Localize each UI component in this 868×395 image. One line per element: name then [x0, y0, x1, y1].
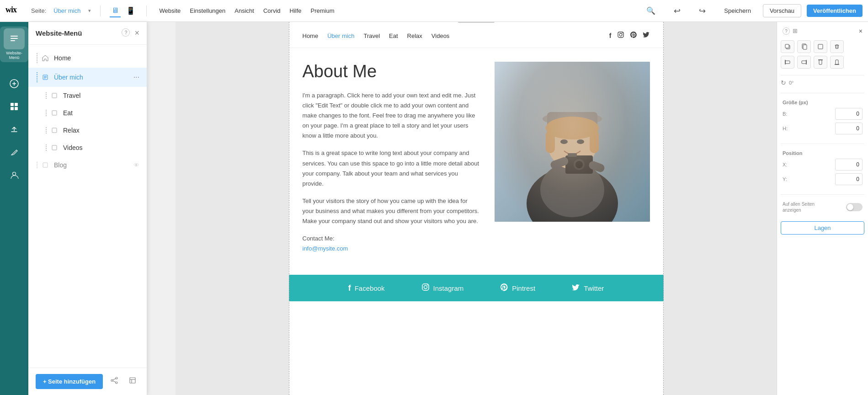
- menu-item-videos[interactable]: Videos: [28, 139, 147, 156]
- nav-link-videos[interactable]: Videos: [431, 32, 450, 39]
- page-title: About Me: [303, 62, 481, 81]
- footer-instagram[interactable]: Instagram: [421, 283, 464, 293]
- drag-handle-travel[interactable]: [45, 92, 48, 99]
- main-layout: Website-Menü: [0, 22, 868, 395]
- topbar-nav: Website Einstellungen Ansicht Corvid Hil…: [160, 5, 335, 16]
- right-panel-close-button[interactable]: ×: [859, 27, 863, 35]
- svg-point-31: [622, 32, 623, 33]
- preview-button[interactable]: Vorschau: [763, 4, 801, 17]
- sidebar-btn-members[interactable]: [4, 165, 25, 186]
- footer-instagram-label: Instagram: [433, 284, 464, 292]
- nav-premium[interactable]: Premium: [311, 5, 335, 16]
- relax-page-icon: [50, 126, 59, 134]
- uber-mich-more-icon[interactable]: ···: [133, 73, 139, 81]
- facebook-nav-icon[interactable]: f: [609, 32, 612, 39]
- drag-handle-eat[interactable]: [45, 110, 48, 116]
- paste-style-button[interactable]: [797, 40, 811, 53]
- svg-rect-8: [15, 103, 18, 106]
- svg-rect-61: [802, 61, 806, 64]
- menu-item-blog[interactable]: Blog 👁: [28, 156, 147, 174]
- page-text-column: About Me I'm a paragraph. Click here to …: [303, 62, 481, 261]
- copy-b-button[interactable]: [814, 40, 827, 53]
- panel-help-icon[interactable]: ?: [122, 28, 130, 37]
- rotate-icon[interactable]: ↻: [781, 79, 786, 86]
- drag-handle-uber-mich[interactable]: [36, 72, 38, 82]
- nav-link-home[interactable]: Home: [303, 32, 319, 39]
- menu-item-eat[interactable]: Eat: [28, 104, 147, 122]
- y-row: Y:: [783, 173, 863, 185]
- blog-page-icon: [41, 161, 49, 169]
- align-right-button[interactable]: [797, 56, 811, 69]
- menu-item-travel[interactable]: Travel: [28, 87, 147, 104]
- page-dropdown-icon[interactable]: ▾: [88, 8, 91, 14]
- size-section: Größe (px) B: H:: [781, 97, 864, 140]
- woman-photo: [495, 62, 650, 222]
- footer-pintrest[interactable]: Pintrest: [500, 283, 535, 293]
- panel-title: Website-Menü: [36, 29, 82, 37]
- topbar-divider-1: [100, 5, 101, 16]
- contact-link[interactable]: info@mysite.com: [303, 245, 348, 252]
- right-panel-divider-3: [781, 144, 864, 144]
- blog-hidden-icon[interactable]: 👁: [133, 162, 139, 169]
- panel-close-icon[interactable]: ×: [134, 28, 139, 38]
- delete-button[interactable]: [830, 40, 844, 53]
- twitter-nav-icon[interactable]: [643, 31, 650, 40]
- align-top-button[interactable]: [814, 56, 827, 69]
- h-input[interactable]: [835, 123, 863, 134]
- footer-twitter[interactable]: Twitter: [572, 283, 604, 293]
- b-input[interactable]: [835, 108, 863, 120]
- save-button[interactable]: Speichern: [718, 5, 757, 17]
- topbar-divider-2: [146, 5, 147, 16]
- show-all-pages-toggle[interactable]: [846, 203, 863, 211]
- menu-item-relax[interactable]: Relax: [28, 122, 147, 139]
- page-name[interactable]: Über mich: [53, 7, 80, 14]
- redo-button[interactable]: ↪: [692, 3, 712, 19]
- align-left-button[interactable]: [781, 56, 794, 69]
- menu-items-list: Home Über mich ···: [28, 45, 147, 368]
- sidebar-btn-add[interactable]: [4, 73, 25, 94]
- nav-einstellungen[interactable]: Einstellungen: [190, 5, 225, 16]
- menu-item-uber-mich[interactable]: Über mich ···: [28, 68, 147, 87]
- sidebar-btn-pen[interactable]: [4, 142, 25, 163]
- nav-link-travel[interactable]: Travel: [363, 32, 380, 39]
- pinterest-nav-icon[interactable]: [630, 31, 637, 40]
- settings-icon[interactable]: [126, 374, 139, 390]
- add-page-button[interactable]: + Seite hinzufügen: [36, 374, 103, 389]
- share-icon[interactable]: [107, 374, 121, 390]
- nav-link-uber-mich[interactable]: Über mich: [327, 32, 354, 39]
- menu-item-travel-label: Travel: [63, 92, 139, 99]
- topbar-right: 🔍 ↩ ↪ Speichern Vorschau Veröffentlichen: [640, 3, 863, 19]
- nav-hilfe[interactable]: Hilfe: [290, 5, 302, 16]
- copy-button[interactable]: [781, 40, 794, 53]
- nav-link-eat[interactable]: Eat: [389, 32, 398, 39]
- right-panel-grid-icon[interactable]: ⊞: [793, 27, 798, 35]
- instagram-nav-icon[interactable]: [617, 31, 624, 40]
- x-input[interactable]: [835, 159, 863, 171]
- drag-handle-videos[interactable]: [45, 144, 48, 151]
- sidebar-btn-pages[interactable]: [4, 28, 25, 49]
- drag-handle-blog[interactable]: [36, 162, 38, 168]
- drag-handle-home[interactable]: [36, 53, 38, 63]
- footer-facebook[interactable]: f Facebook: [348, 283, 385, 293]
- right-panel-question-icon[interactable]: ?: [783, 27, 790, 35]
- sidebar-btn-upload[interactable]: [4, 119, 25, 140]
- align-bottom-button[interactable]: [830, 56, 844, 69]
- mobile-icon[interactable]: 📱: [124, 5, 137, 17]
- desktop-icon[interactable]: 🖥: [110, 5, 121, 17]
- svg-rect-59: [785, 61, 790, 64]
- nav-link-relax[interactable]: Relax: [407, 32, 422, 39]
- menu-item-home[interactable]: Home: [28, 48, 147, 68]
- nav-website[interactable]: Website: [160, 5, 181, 16]
- nav-corvid[interactable]: Corvid: [263, 5, 281, 16]
- nav-ansicht[interactable]: Ansicht: [234, 5, 254, 16]
- size-label: Größe (px): [783, 100, 863, 105]
- undo-button[interactable]: ↩: [667, 3, 687, 19]
- publish-button[interactable]: Veröffentlichen: [807, 5, 863, 17]
- search-button[interactable]: 🔍: [640, 4, 662, 18]
- canvas-inner: Home Über mich Travel Eat Relax Videos f: [176, 22, 777, 395]
- lagen-button[interactable]: Lagen: [781, 221, 864, 235]
- sidebar-btn-apps[interactable]: [4, 96, 25, 117]
- y-input[interactable]: [835, 173, 863, 185]
- page-hero-image: [495, 62, 650, 222]
- drag-handle-relax[interactable]: [45, 127, 48, 133]
